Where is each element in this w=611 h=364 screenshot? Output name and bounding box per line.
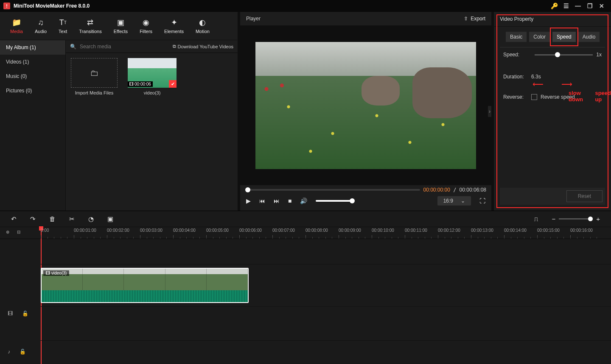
import-label: Import Media Files [75,90,113,95]
app-title: MiniTool MovieMaker Free 8.0.0 [14,3,90,9]
volume-slider[interactable] [316,200,354,202]
minimize-button[interactable]: — [572,3,584,9]
aspect-ratio-select[interactable]: 16:9 ⌄ [437,196,471,206]
audio-track[interactable] [41,307,611,341]
crop-button[interactable]: ▣ [107,215,113,223]
speed-value: 1x [596,52,602,58]
close-button[interactable]: ✕ [596,3,608,9]
media-clip-thumb[interactable]: 🎞00:00:06 ✔ [128,58,177,88]
ruler-tick: 00:00:14:00 [504,227,537,239]
export-button[interactable]: ⇧ Export [464,16,485,22]
prop-tab-basic[interactable]: Basic [506,32,527,42]
video-icon: 🎞 [129,82,134,86]
transitions-icon: ⇄ [87,18,93,27]
ruler-tick: 00:00:05:00 [206,227,239,239]
audio-track-icon: ♪ [8,349,10,355]
folder-open-icon: 🗀 [90,68,98,78]
speed-label: Speed: [503,52,531,58]
panel-collapse-handle[interactable]: › [488,106,491,117]
video-track[interactable]: 🎞video(3) [41,264,611,307]
import-media-button[interactable]: 🗀 [71,58,118,88]
split-button[interactable]: ✂ [69,215,75,223]
sidebar-item-myalbum[interactable]: My Album (1) [0,40,65,55]
check-icon: ✔ [169,80,177,88]
reverse-check-label: Reverse speed [541,94,575,100]
ruler-tick: 00:00:11:00 [405,227,438,239]
volume-icon[interactable]: 🔊 [300,197,307,204]
download-icon: ⧉ [173,44,176,49]
clip-name: video(3) [144,90,161,95]
undo-button[interactable]: ↶ [11,215,17,223]
speed-tool-button[interactable]: ◔ [88,215,94,223]
ruler-tick: 00:00:16:00 [570,227,603,239]
filters-icon: ◉ [143,18,149,27]
play-button[interactable]: ▶ [246,197,251,204]
add-track-icon[interactable]: ⊕ [6,230,9,234]
download-youtube-link[interactable]: ⧉ Download YouTube Videos [173,44,234,49]
zoom-out-button[interactable]: − [552,215,555,222]
magnet-icon[interactable]: ⎍ [534,215,538,222]
ruler-tick: 00:00:02:00 [107,227,140,239]
maximize-button[interactable]: ❐ [584,3,596,9]
speed-slider[interactable] [535,54,593,56]
ruler-tick: 00:00:04:00 [173,227,206,239]
tab-filters[interactable]: ◉ Filters [140,18,152,34]
stop-button[interactable]: ■ [288,197,291,204]
clip-icon: 🎞 [46,271,50,275]
prev-frame-button[interactable]: ⏮ [259,197,265,204]
menu-icon[interactable]: ☰ [560,3,572,9]
prop-tab-audio[interactable]: Audio [578,32,600,42]
tab-media[interactable]: 📁 Media [10,18,23,34]
prop-tab-speed[interactable]: Speed [552,32,576,42]
ruler-tick: 0:00 [41,227,74,239]
ruler-tick: 00:00:08:00 [306,227,339,239]
seek-bar[interactable] [245,189,420,191]
elements-icon: ✦ [171,18,177,27]
zoom-slider[interactable] [559,218,593,220]
redo-button[interactable]: ↷ [30,215,36,223]
tab-text[interactable]: TT Text [59,18,67,34]
delete-button[interactable]: 🗑 [49,215,56,222]
next-frame-button[interactable]: ⏭ [274,197,280,204]
ruler-tick: 00:00:07:00 [272,227,306,239]
lock-icon[interactable]: 🔓 [22,311,28,317]
ruler-tick: 00:00:03:00 [140,227,173,239]
activate-key-icon[interactable]: 🔑 [548,3,560,9]
tab-motion[interactable]: ◐ Motion [196,18,210,34]
folder-icon: 📁 [12,18,21,27]
reset-button[interactable]: Reset [566,190,603,202]
prop-tab-color[interactable]: Color [529,32,550,42]
reverse-label: Reverse: [503,94,531,100]
ruler-tick: 00:00:01:00 [74,227,107,239]
reverse-checkbox[interactable] [531,94,537,100]
tab-effects[interactable]: ▣ Effects [114,18,128,34]
property-title: Video Property [494,12,611,27]
album-sidebar: My Album (1) Videos (1) Music (0) Pictur… [0,40,66,211]
category-tabs: 📁 Media ♫ Audio TT Text ⇄ Transitions ▣ … [0,12,238,40]
duration-value: 6.3s [531,74,541,80]
duration-label: Duration: [503,74,531,80]
fullscreen-button[interactable]: ⛶ [479,197,485,204]
overlay-track[interactable] [41,239,611,264]
sidebar-item-videos[interactable]: Videos (1) [0,55,65,69]
ruler-tick: 00:00:15:00 [537,227,570,239]
time-display: 00:00:00:00 / 00:00:06:08 [423,187,487,193]
tab-elements[interactable]: ✦ Elements [164,18,184,34]
zoom-in-button[interactable]: + [596,215,600,222]
chevron-down-icon: ⌄ [461,198,465,204]
timeline-clip[interactable]: 🎞video(3) [41,268,249,303]
sidebar-item-music[interactable]: Music (0) [0,69,65,83]
tab-transitions[interactable]: ⇄ Transitions [79,18,101,34]
timeline-ruler[interactable]: ⊕ ⊟ 0:0000:00:01:0000:00:02:0000:00:03:0… [0,227,611,239]
tab-audio[interactable]: ♫ Audio [35,18,47,34]
lock-icon[interactable]: 🔓 [20,349,26,355]
music-icon: ♫ [38,18,44,27]
remove-track-icon[interactable]: ⊟ [17,230,20,234]
sidebar-item-pictures[interactable]: Pictures (0) [0,83,65,98]
motion-icon: ◐ [199,18,206,27]
app-logo: ! [3,3,10,9]
preview-canvas[interactable] [255,42,476,169]
ruler-tick: 00:00:12:00 [438,227,471,239]
ruler-tick: 00:00:10:00 [372,227,405,239]
search-input[interactable] [80,44,148,50]
